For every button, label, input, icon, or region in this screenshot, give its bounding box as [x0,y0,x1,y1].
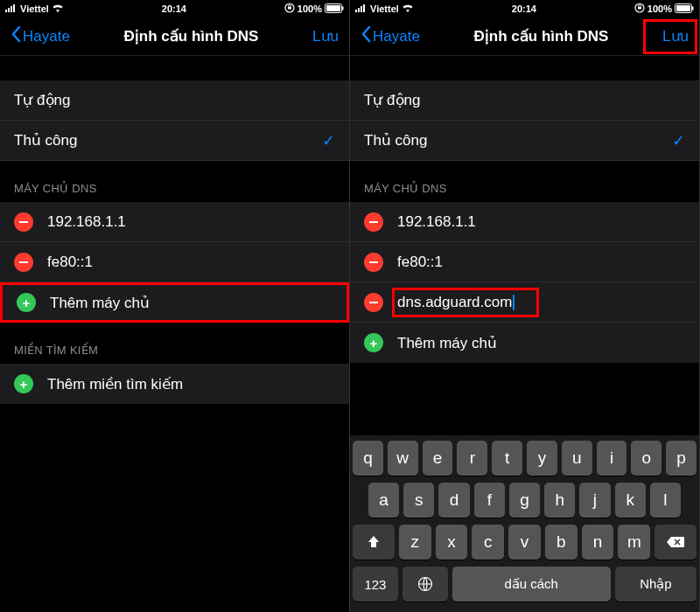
add-search-label: Thêm miền tìm kiếm [47,375,335,393]
key-l[interactable]: l [650,483,681,518]
battery-percent: 100% [648,3,672,14]
add-search-domain-row[interactable]: Thêm miền tìm kiếm [0,364,349,404]
back-label: Hayate [23,28,70,45]
key-u[interactable]: u [562,441,592,476]
back-label: Hayate [373,28,420,45]
carrier-label: Viettel [370,3,399,14]
key-globe[interactable] [402,567,448,602]
chevron-left-icon [10,25,21,47]
save-button[interactable]: Lưu [662,27,689,45]
key-f[interactable]: f [474,483,505,518]
key-e[interactable]: e [423,441,453,476]
svg-rect-12 [363,4,365,12]
dns-server-value: 192.168.1.1 [47,213,335,231]
svg-rect-1 [8,8,10,12]
battery-icon [675,3,694,15]
keyboard-row-1: q w e r t y u i o p [353,441,696,476]
dns-server-input[interactable]: dns.adguard.com [397,294,685,311]
mode-manual[interactable]: Thủ công ✓ [0,121,349,161]
nav-title: Định cấu hình DNS [474,27,609,45]
phone-right: Viettel 20:14 100% Hayate Định cấu hình … [350,0,700,612]
back-button[interactable]: Hayate [360,25,420,47]
mode-auto[interactable]: Tự động [350,80,699,121]
dns-server-value: 192.168.1.1 [397,213,685,231]
section-dns-header: MÁY CHỦ DNS [0,161,349,202]
key-mode[interactable]: 123 [353,567,398,602]
key-s[interactable]: s [403,483,434,518]
remove-icon[interactable] [364,253,383,272]
key-r[interactable]: r [457,441,487,476]
dns-server-row[interactable]: 192.168.1.1 [350,202,699,242]
remove-icon[interactable] [14,253,33,272]
key-shift[interactable] [353,525,395,560]
wifi-icon [402,3,414,14]
checkmark-icon: ✓ [322,131,335,150]
svg-rect-5 [288,7,291,10]
svg-rect-14 [638,7,641,10]
dns-server-input-row[interactable]: dns.adguard.com [350,282,699,323]
save-button[interactable]: Lưu [312,27,339,45]
key-d[interactable]: d [438,483,469,518]
key-q[interactable]: q [353,441,383,476]
keyboard-row-2: a s d f g h j k l [353,483,696,518]
dns-server-value: fe80::1 [47,254,335,271]
key-n[interactable]: n [582,525,614,560]
mode-manual-label: Thủ công [14,131,322,150]
key-g[interactable]: g [509,483,540,518]
phone-left: Viettel 20:14 100% Hayate Định cấu hình … [0,0,350,612]
mode-auto[interactable]: Tự động [0,80,349,121]
key-j[interactable]: j [579,483,610,518]
key-z[interactable]: z [399,525,431,560]
svg-rect-2 [10,6,12,12]
section-dns-header: MÁY CHỦ DNS [350,161,699,202]
svg-rect-17 [692,6,694,10]
add-icon[interactable] [14,374,33,393]
remove-icon[interactable] [14,212,33,232]
add-server-row[interactable]: Thêm máy chủ [0,282,349,323]
status-bar: Viettel 20:14 100% [350,0,699,17]
nav-bar: Hayate Định cấu hình DNS Lưu [350,17,699,56]
key-space[interactable]: dấu cách [452,567,611,602]
key-i[interactable]: i [597,441,627,476]
key-backspace[interactable] [654,525,696,560]
add-server-label: Thêm máy chủ [397,334,685,352]
remove-icon[interactable] [364,293,383,312]
key-x[interactable]: x [436,525,468,560]
key-a[interactable]: a [368,483,399,518]
mode-manual-label: Thủ công [364,131,672,150]
orientation-lock-icon [284,3,295,15]
add-icon[interactable] [364,333,383,352]
back-button[interactable]: Hayate [10,25,70,47]
chevron-left-icon [360,25,371,47]
checkmark-icon: ✓ [672,131,685,150]
dns-server-row[interactable]: fe80::1 [0,242,349,282]
key-v[interactable]: v [508,525,541,560]
svg-rect-3 [13,4,15,12]
svg-rect-11 [360,6,362,12]
clock: 20:14 [162,3,186,14]
wifi-icon [52,3,64,14]
key-h[interactable]: h [544,483,575,518]
add-icon[interactable] [17,293,36,312]
key-b[interactable]: b [545,525,578,560]
svg-rect-9 [355,10,357,12]
carrier-label: Viettel [20,3,49,14]
key-y[interactable]: y [527,441,557,476]
key-return[interactable]: Nhập [615,567,696,602]
add-server-row[interactable]: Thêm máy chủ [350,323,699,363]
key-p[interactable]: p [666,441,696,476]
key-m[interactable]: m [618,525,650,560]
content-area: Tự động Thủ công ✓ MÁY CHỦ DNS 192.168.1… [350,56,699,435]
keyboard: q w e r t y u i o p a s d f g h j k l z [350,435,699,612]
key-o[interactable]: o [631,441,662,476]
dns-server-row[interactable]: 192.168.1.1 [0,202,349,242]
key-t[interactable]: t [492,441,522,476]
mode-auto-label: Tự động [364,91,685,109]
mode-manual[interactable]: Thủ công ✓ [350,121,699,161]
key-w[interactable]: w [388,441,418,476]
key-c[interactable]: c [472,525,504,560]
svg-rect-10 [358,8,360,12]
dns-server-row[interactable]: fe80::1 [350,242,699,282]
key-k[interactable]: k [615,483,646,518]
remove-icon[interactable] [364,212,383,232]
